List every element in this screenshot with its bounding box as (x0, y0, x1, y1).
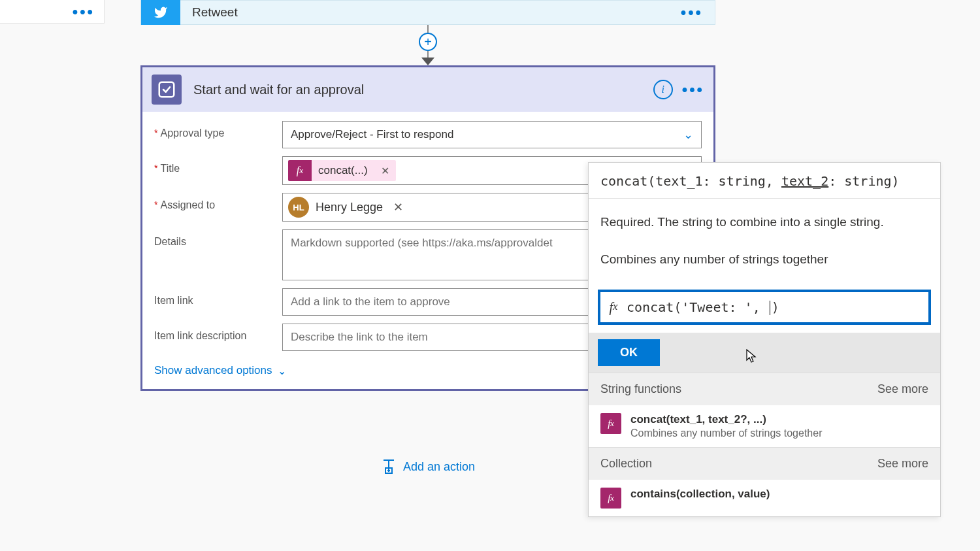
approval-type-select[interactable]: Approve/Reject - First to respond ⌄ (282, 121, 702, 148)
retweet-title: Retweet (180, 5, 681, 20)
left-panel-fragment: ••• (0, 0, 105, 24)
approval-title: Start and wait for an approval (182, 82, 653, 97)
function-desc: Combines any number of strings together (630, 427, 822, 439)
left-panel-more-icon[interactable]: ••• (73, 8, 95, 16)
person-name: Henry Legge (316, 201, 383, 214)
assigned-person-chip[interactable]: HL Henry Legge ✕ (288, 197, 403, 218)
approval-header[interactable]: Start and wait for an approval i ••• (142, 67, 713, 112)
show-advanced-link[interactable]: Show advanced options ⌄ (154, 359, 286, 382)
chip-remove-icon[interactable]: ✕ (374, 165, 396, 177)
chevron-down-icon: ⌄ (683, 127, 693, 142)
info-icon[interactable]: i (653, 80, 673, 99)
details-label: Details (154, 229, 282, 248)
avatar: HL (288, 197, 309, 218)
function-name: concat(text_1, text_2?, ...) (630, 413, 822, 426)
concat-expression-chip[interactable]: fx concat(...) ✕ (288, 160, 396, 181)
item-link-desc-label: Item link description (154, 324, 282, 342)
function-signature: concat(text_1: string, text_2: string) (589, 163, 940, 199)
approval-type-value: Approve/Reject - First to respond (291, 128, 453, 141)
add-step-button[interactable]: + (419, 33, 437, 51)
title-label: Title (154, 156, 282, 175)
approval-icon (152, 75, 182, 105)
flow-connector: + (419, 25, 437, 65)
fx-icon: fx (288, 160, 312, 181)
see-more-link[interactable]: See more (877, 457, 928, 471)
chip-text: concat(...) (312, 164, 374, 177)
ok-button[interactable]: OK (598, 339, 660, 366)
expression-flyout: concat(text_1: string, text_2: string) R… (588, 162, 941, 517)
approval-more-icon[interactable]: ••• (682, 86, 704, 93)
expression-text: concat('Tweet: ', ) (627, 299, 928, 316)
twitter-icon (141, 0, 180, 25)
chevron-down-icon: ⌄ (278, 365, 286, 377)
concat-function-item[interactable]: fx concat(text_1, text_2?, ...) Combines… (589, 405, 940, 447)
fx-icon: fx (600, 488, 621, 509)
assigned-to-label: Assigned to (154, 193, 282, 211)
fx-icon: fx (600, 413, 621, 434)
collection-functions-header: Collection See more (589, 447, 940, 480)
section-label: String functions (600, 382, 681, 396)
param-description: Required. The string to combine into a s… (600, 213, 928, 232)
item-link-placeholder: Add a link to the item to approve (291, 295, 450, 309)
retweet-more-icon[interactable]: ••• (681, 8, 715, 16)
advanced-label: Show advanced options (154, 364, 272, 377)
fx-icon: fx (600, 300, 627, 315)
expression-input[interactable]: fx concat('Tweet: ', ) (598, 290, 931, 325)
add-action-label: Add an action (403, 460, 475, 474)
person-remove-icon[interactable]: ✕ (393, 200, 403, 214)
details-placeholder: Markdown supported (see https://aka.ms/a… (291, 237, 553, 249)
contains-function-item[interactable]: fx contains(collection, value) (589, 480, 940, 516)
add-action-icon (381, 458, 397, 476)
function-description: Combines any number of strings together (600, 250, 928, 269)
arrow-down-icon (421, 58, 434, 65)
section-label: Collection (600, 457, 652, 471)
see-more-link[interactable]: See more (877, 382, 928, 396)
approval-type-label: Approval type (154, 121, 282, 139)
add-action-button[interactable]: Add an action (381, 458, 475, 476)
string-functions-header: String functions See more (589, 373, 940, 405)
item-link-label: Item link (154, 288, 282, 307)
svg-rect-0 (159, 82, 174, 97)
retweet-action-card[interactable]: Retweet ••• (140, 0, 715, 25)
item-link-desc-placeholder: Describe the link to the item (291, 331, 428, 344)
function-name: contains(collection, value) (630, 488, 770, 501)
